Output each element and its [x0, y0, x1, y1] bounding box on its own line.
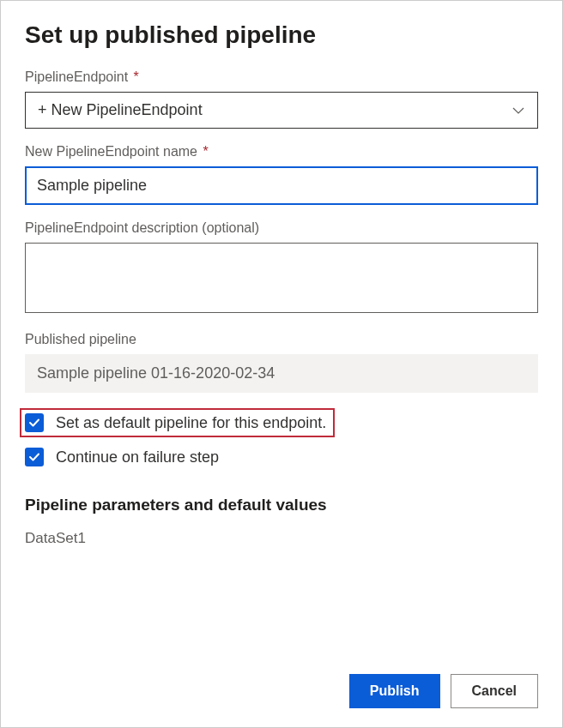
endpoint-desc-label: PipelineEndpoint description (optional) — [25, 220, 538, 236]
continue-failure-checkbox[interactable] — [25, 448, 44, 466]
required-asterisk: * — [203, 144, 208, 159]
endpoint-select-value: + New PipelineEndpoint — [38, 101, 203, 119]
endpoint-desc-input[interactable] — [25, 243, 538, 313]
required-asterisk: * — [134, 69, 139, 84]
published-pipeline-label: Published pipeline — [25, 332, 538, 347]
cancel-button[interactable]: Cancel — [451, 674, 538, 708]
endpoint-label: PipelineEndpoint * — [25, 69, 538, 85]
chevron-down-icon — [512, 104, 525, 117]
continue-failure-label: Continue on failure step — [56, 448, 219, 466]
default-pipeline-checkbox[interactable] — [25, 413, 44, 432]
param-item: DataSet1 — [25, 530, 538, 547]
endpoint-name-label: New PipelineEndpoint name * — [25, 144, 538, 159]
endpoint-name-input[interactable] — [25, 166, 538, 205]
default-pipeline-label: Set as default pipeline for this endpoin… — [56, 414, 326, 432]
dialog-footer: Publish Cancel — [349, 674, 538, 708]
dialog-title: Set up published pipeline — [25, 21, 538, 49]
default-pipeline-row: Set as default pipeline for this endpoin… — [20, 408, 335, 437]
params-heading: Pipeline parameters and default values — [25, 496, 538, 514]
continue-failure-row: Continue on failure step — [25, 442, 538, 472]
endpoint-select[interactable]: + New PipelineEndpoint — [25, 92, 538, 129]
published-pipeline-value: Sample pipeline 01-16-2020-02-34 — [25, 354, 538, 393]
publish-button[interactable]: Publish — [349, 674, 440, 708]
